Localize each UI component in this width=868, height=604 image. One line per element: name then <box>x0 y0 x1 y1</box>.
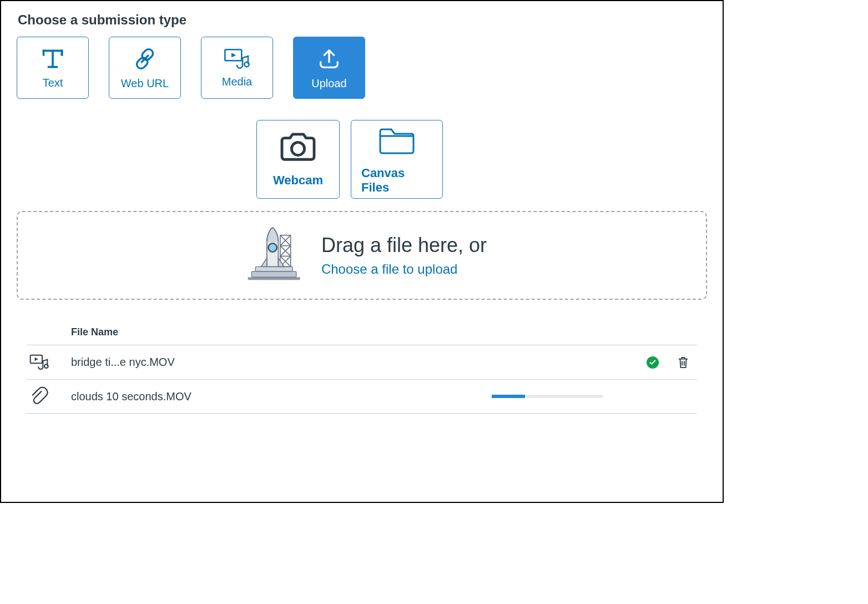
upload-success-icon <box>647 356 659 369</box>
upload-progress <box>458 395 636 398</box>
file-name: bridge ti...e nyc.MOV <box>71 356 458 369</box>
file-name: clouds 10 seconds.MOV <box>71 390 458 403</box>
text-icon <box>41 47 65 71</box>
type-card-upload[interactable]: Upload <box>293 37 365 99</box>
type-label-weburl: Web URL <box>121 77 169 90</box>
svg-point-4 <box>244 62 249 66</box>
svg-rect-1 <box>135 56 149 70</box>
media-file-icon <box>27 353 71 372</box>
svg-rect-6 <box>248 277 300 280</box>
upload-source-webcam-label: Webcam <box>273 173 323 188</box>
type-card-weburl[interactable]: Web URL <box>109 37 181 99</box>
submission-panel: Choose a submission type Text Web URL <box>0 0 724 503</box>
file-dropzone[interactable]: Drag a file here, or Choose a file to up… <box>17 211 707 300</box>
upload-source-files-label: Canvas Files <box>361 166 432 195</box>
media-icon <box>223 48 251 70</box>
rocket-icon <box>237 221 309 290</box>
type-label-upload: Upload <box>311 77 346 90</box>
dropzone-title: Drag a file here, or <box>321 234 487 257</box>
choose-file-link[interactable]: Choose a file to upload <box>321 261 487 277</box>
section-title: Choose a submission type <box>18 12 707 28</box>
upload-source-canvas-files[interactable]: Canvas Files <box>351 120 443 199</box>
svg-rect-8 <box>255 266 292 271</box>
file-table: File Name bridge ti...e nyc.MOV <box>27 323 697 414</box>
type-label-media: Media <box>222 76 252 88</box>
svg-rect-7 <box>251 271 296 277</box>
type-card-media[interactable]: Media <box>201 37 273 99</box>
delete-file-button[interactable] <box>669 356 697 369</box>
file-table-header: File Name <box>27 323 697 345</box>
folder-icon <box>377 124 417 159</box>
upload-progress-fill <box>492 395 525 398</box>
upload-source-webcam[interactable]: Webcam <box>256 120 340 199</box>
svg-point-18 <box>268 243 276 251</box>
camera-icon <box>279 131 317 167</box>
attachment-icon <box>27 386 71 406</box>
svg-point-5 <box>291 142 304 155</box>
upload-icon <box>316 46 342 72</box>
type-label-text: Text <box>43 77 63 89</box>
dropzone-text: Drag a file here, or Choose a file to up… <box>321 234 487 277</box>
table-row: clouds 10 seconds.MOV <box>27 379 697 414</box>
submission-type-row: Text Web URL M <box>17 37 707 99</box>
type-card-text[interactable]: Text <box>17 37 89 99</box>
table-row: bridge ti...e nyc.MOV <box>27 345 697 379</box>
svg-point-20 <box>44 364 48 368</box>
link-icon <box>132 46 158 72</box>
upload-source-row: Webcam Canvas Files <box>256 120 707 199</box>
column-header-filename: File Name <box>71 326 458 338</box>
